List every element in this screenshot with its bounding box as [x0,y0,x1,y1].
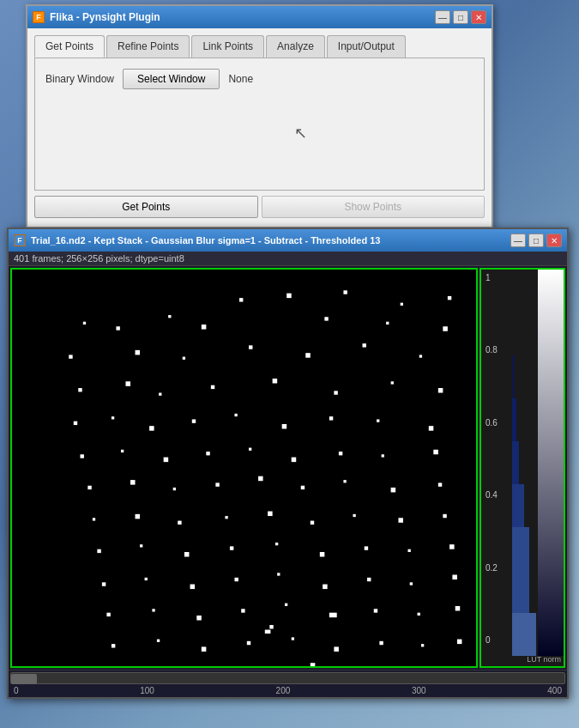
svg-rect-94 [247,641,250,645]
svg-rect-36 [429,426,434,431]
svg-rect-127 [512,355,515,398]
image-maximize-button[interactable]: □ [528,234,544,247]
select-window-button[interactable]: Select Window [123,69,220,89]
plugin-icon: F [33,11,45,23]
svg-rect-72 [449,544,455,549]
svg-rect-48 [173,488,176,490]
lut-label-04: 0.4 [486,491,498,500]
scroll-thumb[interactable] [11,674,37,684]
tab-refine-points[interactable]: Refine Points [106,35,190,58]
svg-rect-61 [353,514,355,517]
svg-rect-53 [391,488,396,493]
svg-rect-38 [121,450,124,452]
svg-rect-31 [192,419,196,422]
svg-rect-14 [136,350,141,355]
svg-rect-71 [408,549,411,552]
plugin-titlebar: F Flika - Pynsight Plugin — □ ✕ [27,6,492,28]
x-label-300: 300 [412,686,426,695]
lut-label-06: 0.6 [486,419,498,428]
svg-rect-41 [249,448,251,451]
plugin-close-button[interactable]: ✕ [471,10,486,24]
cursor-icon: ↖ [294,124,307,143]
get-points-button[interactable]: Get Points [34,196,258,218]
svg-rect-52 [343,480,346,482]
svg-rect-86 [285,604,287,606]
svg-rect-59 [268,512,273,517]
svg-rect-11 [386,322,389,325]
svg-rect-2 [168,315,171,318]
svg-rect-63 [443,514,446,518]
svg-rect-123 [512,527,529,613]
tab-content-get-points: Binary Window Select Window None ↖ [34,58,485,191]
svg-rect-78 [323,585,328,590]
x-label-100: 100 [140,686,154,695]
svg-rect-91 [112,644,115,647]
svg-rect-40 [206,452,209,455]
image-minimize-button[interactable]: — [510,234,526,247]
svg-rect-66 [184,552,190,557]
image-close-button[interactable]: ✕ [546,234,562,247]
svg-rect-98 [421,644,424,646]
lut-axis: 1 0.8 0.6 0.4 0.2 0 [486,270,498,649]
tab-get-points[interactable]: Get Points [34,35,105,58]
svg-rect-7 [83,322,86,325]
svg-rect-73 [102,582,106,585]
svg-rect-39 [164,458,169,463]
lut-sidebar: 1 0.8 0.6 0.4 0.2 0 [479,268,565,668]
svg-rect-125 [512,441,519,484]
svg-rect-25 [334,391,337,394]
none-label: None [228,73,253,85]
image-canvas-container[interactable] [10,268,478,668]
svg-rect-93 [202,646,207,652]
svg-rect-62 [398,518,403,523]
svg-rect-124 [512,484,524,527]
x-axis-labels: 0 100 200 300 400 [10,686,565,695]
binary-window-row: Binary Window Select Window None [45,69,473,89]
lut-norm-label: LUT norm [527,655,561,664]
svg-rect-69 [320,552,325,557]
svg-rect-83 [152,609,154,611]
svg-rect-33 [282,424,287,429]
svg-rect-6 [448,296,451,300]
svg-rect-82 [106,613,110,616]
image-canvas [12,270,476,668]
image-title: Trial_16.nd2 - Kept Stack - Gaussian Blu… [31,235,380,246]
binary-window-label: Binary Window [45,73,114,85]
tab-analyze[interactable]: Analyze [266,35,325,58]
lut-histogram [512,270,564,656]
x-label-200: 200 [276,686,291,695]
svg-rect-80 [410,582,413,585]
svg-rect-81 [452,575,457,580]
lut-label-0: 0 [486,636,498,645]
image-body: 401 frames; 256×256 pixels; dtype=uint8 [9,252,567,697]
svg-rect-23 [211,385,214,389]
svg-rect-9 [202,325,207,330]
svg-rect-28 [74,422,77,425]
tab-link-points[interactable]: Link Points [191,35,264,58]
image-window-icon: F [14,234,26,246]
svg-rect-3 [286,294,292,299]
svg-rect-43 [339,452,342,455]
scroll-track[interactable] [10,672,565,684]
svg-rect-111 [311,663,316,668]
svg-rect-76 [234,578,238,581]
svg-rect-30 [149,426,154,431]
svg-rect-89 [418,613,420,616]
svg-rect-74 [145,578,148,580]
svg-rect-29 [112,416,114,419]
tab-input-output[interactable]: Input/Output [327,35,406,58]
svg-rect-13 [69,355,72,358]
svg-rect-20 [78,388,81,391]
svg-rect-34 [329,416,333,420]
svg-rect-95 [292,637,294,640]
svg-rect-5 [401,303,403,306]
svg-rect-56 [136,514,141,519]
show-points-button[interactable]: Show Points [262,196,486,218]
svg-rect-32 [234,414,237,416]
svg-rect-64 [97,549,100,553]
svg-rect-85 [241,609,244,612]
svg-rect-4 [343,290,347,294]
svg-rect-35 [377,419,379,422]
plugin-maximize-button[interactable]: □ [453,10,468,24]
plugin-minimize-button[interactable]: — [435,10,450,24]
